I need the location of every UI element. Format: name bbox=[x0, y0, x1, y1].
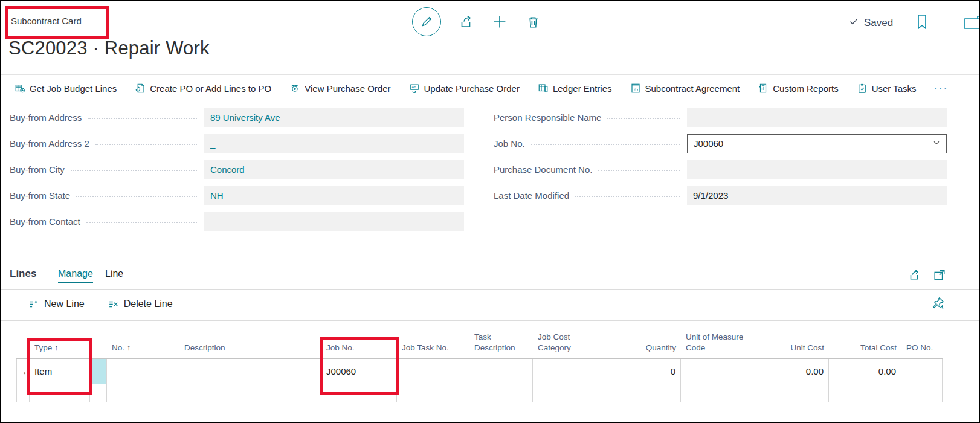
ledger-entries-icon bbox=[538, 83, 549, 94]
subcontract-agreement-icon bbox=[630, 83, 641, 94]
dotted-leader bbox=[71, 164, 197, 171]
share-button[interactable] bbox=[458, 14, 474, 30]
delete-line-button[interactable]: Delete Line bbox=[108, 299, 173, 310]
cell-job-cost-category[interactable] bbox=[533, 359, 605, 384]
buy-from-state-input[interactable]: NH bbox=[204, 186, 464, 205]
more-actions-button[interactable]: ··· bbox=[935, 83, 949, 94]
column-header-quantity[interactable]: Quantity bbox=[605, 343, 681, 358]
job-no-combobox[interactable]: J00060 bbox=[687, 134, 947, 153]
cell-po-no[interactable] bbox=[901, 359, 943, 384]
field-buy-from-state: Buy-from State NH bbox=[10, 186, 464, 205]
column-header-no[interactable]: No. ↑ bbox=[107, 343, 179, 358]
tab-manage[interactable]: Manage bbox=[58, 268, 93, 283]
user-tasks-icon bbox=[857, 83, 868, 94]
field-person-responsible: Person Responsible Name bbox=[494, 108, 947, 127]
cell-quantity[interactable] bbox=[605, 384, 681, 402]
new-button[interactable] bbox=[491, 13, 509, 31]
form-right-column: Person Responsible Name Job No. J00060 P… bbox=[494, 108, 947, 205]
chevron-down-icon[interactable] bbox=[932, 138, 941, 149]
column-header-type[interactable]: Type ↑ bbox=[30, 343, 90, 358]
cell-selected[interactable] bbox=[90, 359, 107, 384]
cell-no[interactable] bbox=[107, 359, 179, 384]
action-user-tasks[interactable]: User Tasks bbox=[857, 83, 917, 94]
cell-total-cost[interactable]: 0.00 bbox=[829, 359, 901, 384]
cell-no[interactable] bbox=[107, 384, 179, 402]
page-caption: Subcontract Card bbox=[11, 16, 82, 26]
custom-reports-icon bbox=[758, 83, 769, 94]
column-header-po-no[interactable]: PO No. bbox=[901, 343, 943, 358]
save-status: Saved bbox=[848, 16, 893, 30]
cell-job-task-no[interactable] bbox=[397, 359, 469, 384]
column-header-job-cost-category[interactable]: Job Cost Category bbox=[533, 332, 605, 358]
cell-unit-cost[interactable]: 0.00 bbox=[756, 359, 829, 384]
share-icon bbox=[458, 14, 474, 30]
cell-description[interactable] bbox=[179, 359, 321, 384]
cell-task-description[interactable] bbox=[469, 384, 533, 402]
buy-from-contact-input[interactable] bbox=[204, 212, 464, 231]
cell-uom-code[interactable] bbox=[681, 384, 756, 402]
bookmark-button[interactable] bbox=[915, 13, 929, 33]
column-header-unit-cost[interactable]: Unit Cost bbox=[756, 343, 829, 358]
open-in-window-button[interactable] bbox=[963, 15, 980, 33]
buy-from-address-2-input[interactable]: _ bbox=[204, 134, 464, 153]
cell-total-cost[interactable] bbox=[829, 384, 901, 402]
action-get-job-budget-lines[interactable]: Get Job Budget Lines bbox=[15, 83, 117, 94]
cell-job-no[interactable] bbox=[321, 384, 397, 402]
field-job-no: Job No. J00060 bbox=[494, 134, 947, 153]
column-header-job-task-no[interactable]: Job Task No. bbox=[397, 343, 469, 358]
purchase-document-no-input[interactable] bbox=[687, 160, 947, 179]
plus-icon bbox=[491, 13, 509, 31]
edit-button[interactable] bbox=[412, 7, 441, 36]
cell-quantity[interactable]: 0 bbox=[605, 359, 681, 384]
check-icon bbox=[848, 16, 859, 30]
field-buy-from-address: Buy-from Address 89 University Ave bbox=[10, 108, 464, 127]
cell-type[interactable]: Item bbox=[30, 359, 90, 384]
last-date-modified-input[interactable]: 9/1/2023 bbox=[687, 186, 947, 205]
share-lines-button[interactable] bbox=[907, 268, 921, 284]
field-buy-from-contact: Buy-from Contact bbox=[10, 212, 464, 231]
window-icon bbox=[963, 22, 980, 32]
field-label: Buy-from Address 2 bbox=[10, 138, 89, 149]
person-responsible-input[interactable] bbox=[687, 108, 947, 127]
tab-line[interactable]: Line bbox=[105, 268, 123, 279]
dotted-leader bbox=[95, 138, 197, 145]
cell-uom-code[interactable] bbox=[681, 359, 756, 384]
column-header-description[interactable]: Description bbox=[179, 343, 321, 358]
action-create-po[interactable]: Create PO or Add Lines to PO bbox=[135, 83, 271, 94]
cell-description[interactable] bbox=[179, 384, 321, 402]
new-line-button[interactable]: New Line bbox=[28, 299, 85, 310]
column-header-uom-code[interactable]: Unit of Measure Code bbox=[681, 332, 756, 358]
cell-unit-cost[interactable] bbox=[756, 384, 829, 402]
buy-from-address-input[interactable]: 89 University Ave bbox=[204, 108, 464, 127]
action-subcontract-agreement[interactable]: Subcontract Agreement bbox=[630, 83, 740, 94]
dotted-leader bbox=[76, 190, 197, 197]
save-status-label: Saved bbox=[864, 17, 893, 29]
cell-type[interactable] bbox=[30, 384, 90, 402]
action-label: Create PO or Add Lines to PO bbox=[150, 83, 271, 94]
cell-selected[interactable] bbox=[90, 384, 107, 402]
action-label: Get Job Budget Lines bbox=[30, 83, 117, 94]
cell-po-no[interactable] bbox=[901, 384, 943, 402]
column-header-total-cost[interactable]: Total Cost bbox=[829, 343, 901, 358]
pin-button[interactable] bbox=[932, 296, 945, 312]
job-budget-lines-icon bbox=[15, 83, 25, 94]
buy-from-city-input[interactable]: Concord bbox=[204, 160, 464, 179]
cell-job-no[interactable]: J00060 bbox=[321, 359, 397, 384]
focus-mode-button[interactable] bbox=[933, 268, 946, 284]
action-view-purchase-order[interactable]: View Purchase Order bbox=[289, 83, 390, 94]
cell-job-cost-category[interactable] bbox=[533, 384, 605, 402]
pin-icon bbox=[932, 301, 945, 311]
delete-button[interactable] bbox=[526, 15, 541, 30]
form-left-column: Buy-from Address 89 University Ave Buy-f… bbox=[10, 108, 464, 231]
cell-task-description[interactable] bbox=[469, 359, 533, 384]
action-update-purchase-order[interactable]: Ab Update Purchase Order bbox=[409, 83, 520, 94]
action-custom-reports[interactable]: Custom Reports bbox=[758, 83, 838, 94]
popout-icon bbox=[933, 273, 946, 283]
cell-job-task-no[interactable] bbox=[397, 384, 469, 402]
delete-line-icon bbox=[108, 299, 119, 310]
action-label: Subcontract Agreement bbox=[645, 83, 740, 94]
column-header-job-no[interactable]: Job No. bbox=[321, 343, 397, 358]
page-title: SC20023 · Repair Work bbox=[8, 37, 210, 59]
column-header-task-description[interactable]: Task Description bbox=[469, 332, 533, 358]
action-ledger-entries[interactable]: Ledger Entries bbox=[538, 83, 612, 94]
